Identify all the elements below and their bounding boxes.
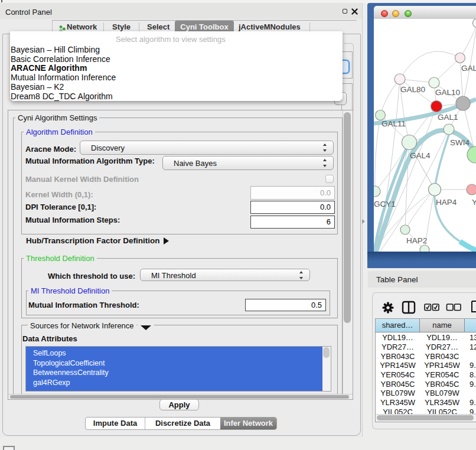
svg-text:Y: Y [472,198,476,207]
svg-text:GCY1: GCY1 [374,200,396,208]
svg-text:HAP2: HAP2 [406,236,427,245]
svg-text:GAL10: GAL10 [435,88,460,97]
svg-text:GAL80: GAL80 [400,85,425,94]
svg-text:HAP4: HAP4 [436,198,457,207]
svg-text:GAL4: GAL4 [410,151,431,160]
svg-text:SWI4: SWI4 [450,138,470,147]
svg-text:GAL11: GAL11 [382,119,406,128]
svg-text:GAL2: GAL2 [461,64,476,73]
svg-text:GAL1: GAL1 [438,113,458,122]
